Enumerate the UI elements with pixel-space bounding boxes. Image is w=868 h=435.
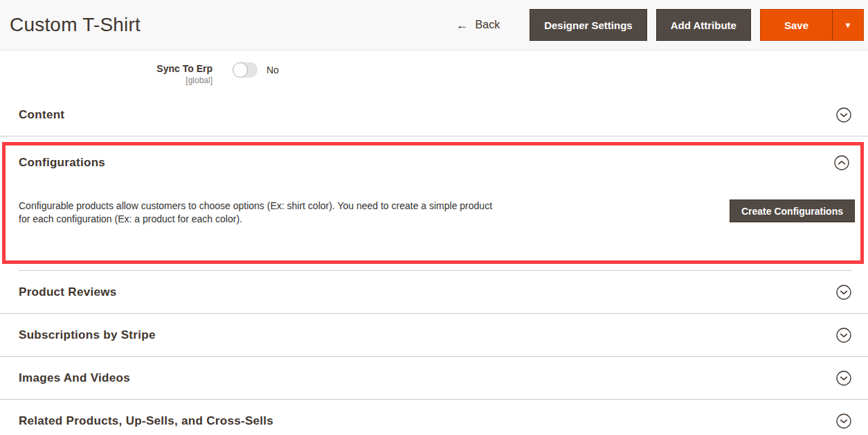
save-split-button: Save ▾ <box>760 9 864 41</box>
section-configurations[interactable]: Configurations <box>6 145 860 180</box>
back-label: Back <box>476 19 500 31</box>
section-subscriptions-title: Subscriptions by Stripe <box>19 328 156 342</box>
annotation-highlight-box: Configurations Configurable products all… <box>2 142 864 264</box>
chevron-down-icon[interactable] <box>836 414 851 429</box>
chevron-down-icon[interactable] <box>836 328 851 343</box>
section-configurations-title: Configurations <box>19 156 105 170</box>
page-header: Custom T-Shirt ← Back Designer Settings … <box>0 0 868 51</box>
chevron-up-icon[interactable] <box>834 155 849 170</box>
section-content[interactable]: Content <box>0 94 868 136</box>
section-content-title: Content <box>19 108 64 122</box>
save-dropdown-button[interactable]: ▾ <box>832 9 864 41</box>
save-button[interactable]: Save <box>760 9 832 41</box>
chevron-down-icon[interactable] <box>836 107 851 123</box>
designer-settings-button[interactable]: Designer Settings <box>530 9 647 41</box>
page-title: Custom T-Shirt <box>10 14 141 36</box>
chevron-down-icon[interactable] <box>836 371 851 386</box>
section-product-reviews-title: Product Reviews <box>19 285 117 299</box>
sync-to-erp-label: Sync To Erp <box>0 63 213 75</box>
section-product-reviews[interactable]: Product Reviews <box>0 271 868 314</box>
section-images-title: Images And Videos <box>19 371 130 385</box>
configurations-panel: Configurable products allow customers to… <box>6 180 860 260</box>
product-form: Sync To Erp [global] No Content Configur… <box>0 51 868 435</box>
section-subscriptions-by-stripe[interactable]: Subscriptions by Stripe <box>0 314 868 357</box>
configurations-description: Configurable products allow customers to… <box>19 199 500 226</box>
sync-to-erp-field: Sync To Erp [global] No <box>0 61 868 94</box>
sync-to-erp-scope: [global] <box>0 75 213 86</box>
section-related-products-title: Related Products, Up-Sells, and Cross-Se… <box>19 414 273 428</box>
sync-to-erp-label-block: Sync To Erp [global] <box>0 61 213 86</box>
create-configurations-button[interactable]: Create Configurations <box>730 199 855 222</box>
sync-to-erp-value: No <box>266 61 279 76</box>
header-actions: ← Back Designer Settings Add Attribute S… <box>456 9 864 41</box>
section-related-products[interactable]: Related Products, Up-Sells, and Cross-Se… <box>0 400 868 435</box>
sync-to-erp-toggle[interactable] <box>233 62 257 78</box>
section-images-and-videos[interactable]: Images And Videos <box>0 357 868 400</box>
add-attribute-button[interactable]: Add Attribute <box>656 9 751 41</box>
product-edit-page: Custom T-Shirt ← Back Designer Settings … <box>0 0 868 435</box>
back-button[interactable]: ← Back <box>456 19 500 31</box>
arrow-left-icon: ← <box>456 19 469 31</box>
chevron-down-icon[interactable] <box>836 285 851 300</box>
toggle-knob <box>233 62 248 78</box>
caret-down-icon: ▾ <box>846 20 850 30</box>
